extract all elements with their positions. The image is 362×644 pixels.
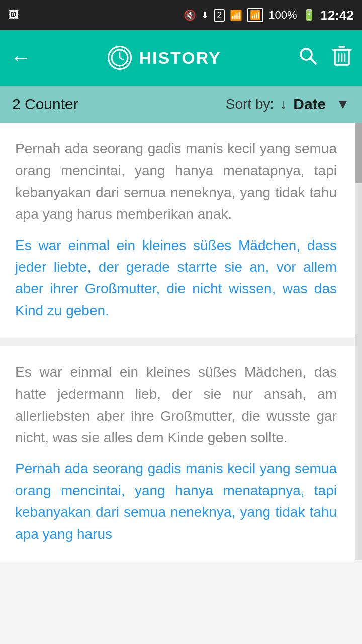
mute-icon: 🔇 <box>184 9 196 21</box>
scrollbar-thumb[interactable] <box>355 123 362 183</box>
counter-text: 2 Counter <box>12 96 226 113</box>
signal-icon: 📶 <box>230 9 242 21</box>
toolbar-center: HISTORY <box>31 46 298 70</box>
toolbar: ← HISTORY <box>0 30 362 86</box>
original-text-2: Es war einmal ein kleines süßes Mädchen,… <box>15 361 337 449</box>
toolbar-title: HISTORY <box>139 48 221 68</box>
divider-1 <box>0 337 362 346</box>
list-item: Es war einmal ein kleines süßes Mädchen,… <box>0 346 355 560</box>
svg-line-2 <box>120 58 123 60</box>
status-right: 🔇 ⬇ 2 📶 📶 100% 🔋 12:42 <box>184 8 354 23</box>
scrollbar[interactable] <box>355 123 362 560</box>
filter-bar: 2 Counter Sort by: ↓ Date ▼ <box>0 86 362 123</box>
sim-signal-icon: 📶 <box>247 8 263 22</box>
download-icon: ⬇ <box>201 10 209 21</box>
original-text-1: Pernah ada seorang gadis manis kecil yan… <box>15 138 337 225</box>
sort-direction-icon: ↓ <box>280 96 287 112</box>
translation-text-2: Pernah ada seorang gadis manis kecil yan… <box>15 458 337 545</box>
battery-icon: 🔋 <box>302 9 316 22</box>
dropdown-icon[interactable]: ▼ <box>336 96 350 112</box>
toolbar-right <box>298 45 352 71</box>
battery-percent: 100% <box>268 9 297 22</box>
time-display: 12:42 <box>321 8 354 23</box>
status-left: 🖼 <box>8 9 19 22</box>
search-button[interactable] <box>298 46 318 70</box>
list-item: Pernah ada seorang gadis manis kecil yan… <box>0 123 355 337</box>
sort-section[interactable]: Sort by: ↓ Date ▼ <box>226 96 350 113</box>
content-area: Pernah ada seorang gadis manis kecil yan… <box>0 123 362 560</box>
sort-by-label: Sort by: <box>226 96 274 112</box>
svg-line-4 <box>310 58 316 64</box>
translation-text-1: Es war einmal ein kleines süßes Mädchen,… <box>15 234 337 322</box>
sort-value: Date <box>293 96 326 113</box>
back-button[interactable]: ← <box>10 47 31 68</box>
toolbar-left: ← <box>10 47 31 68</box>
clock-icon <box>108 46 132 70</box>
sim-icon: 2 <box>214 9 225 22</box>
status-bar: 🖼 🔇 ⬇ 2 📶 📶 100% 🔋 12:42 <box>0 0 362 30</box>
image-icon: 🖼 <box>8 9 19 22</box>
delete-button[interactable] <box>332 45 352 71</box>
